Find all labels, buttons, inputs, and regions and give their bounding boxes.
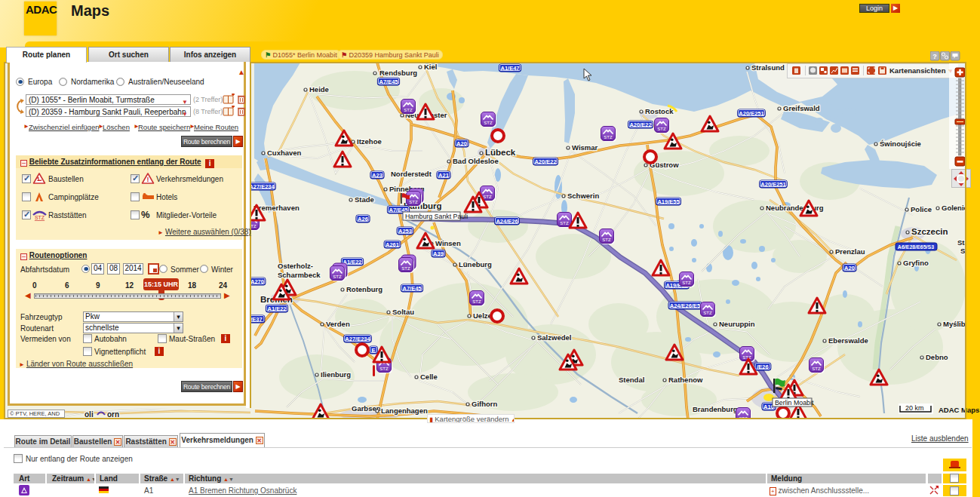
- svg-text:A20/E22: A20/E22: [534, 158, 556, 165]
- svg-text:oli: oli: [84, 410, 94, 419]
- svg-text:Myślibórz: Myślibórz: [943, 320, 966, 328]
- svg-text:Norderstedt: Norderstedt: [391, 170, 432, 178]
- svg-text:Police: Police: [911, 205, 932, 213]
- svg-text:Salzwedel: Salzwedel: [537, 333, 571, 342]
- svg-text:Lüneburg: Lüneburg: [459, 260, 492, 268]
- svg-text:E: E: [371, 347, 375, 354]
- svg-text:Verden: Verden: [326, 320, 350, 328]
- svg-text:Itzehoe: Itzehoe: [357, 137, 382, 146]
- svg-text:?: ?: [932, 53, 937, 60]
- svg-text:Szc: Szc: [960, 247, 966, 255]
- svg-text:/E26: /E26: [757, 364, 768, 370]
- svg-text:Ilienburg: Ilienburg: [321, 370, 351, 379]
- svg-text:A7/E45: A7/E45: [402, 285, 421, 292]
- svg-text:A24/E26/E5: A24/E26/E5: [670, 302, 700, 309]
- svg-text:Star: Star: [957, 238, 966, 247]
- svg-text:A20/E251: A20/E251: [739, 110, 763, 117]
- svg-text:Berlin Moabit: Berlin Moabit: [775, 399, 814, 406]
- svg-text:Osterholz-: Osterholz-: [278, 262, 313, 270]
- svg-text:Stade: Stade: [355, 195, 374, 204]
- svg-text:Stralsund: Stralsund: [751, 63, 785, 72]
- svg-text:A20/E251: A20/E251: [760, 181, 785, 188]
- svg-text:Eberswalde: Eberswalde: [828, 336, 868, 345]
- svg-text:A39: A39: [433, 250, 444, 257]
- svg-text:A6/E28/E65/S3: A6/E28/E65/S3: [898, 244, 934, 250]
- svg-text:A27/E234: A27/E234: [345, 336, 370, 342]
- svg-text:Winsen: Winsen: [435, 239, 461, 247]
- svg-text:A270: A270: [250, 278, 264, 285]
- svg-text:Świnoujście: Świnoujście: [880, 140, 921, 148]
- svg-text:A20: A20: [844, 265, 855, 272]
- svg-text:A19/E55: A19/E55: [657, 198, 679, 205]
- svg-text:Szczecin: Szczecin: [911, 227, 948, 236]
- svg-text:Heide: Heide: [309, 85, 329, 94]
- svg-text:Cuxhaven: Cuxhaven: [267, 149, 302, 157]
- svg-text:Greifswald: Greifswald: [783, 104, 820, 112]
- svg-text:Stendal: Stendal: [619, 376, 644, 384]
- svg-text:Rotenburg: Rotenburg: [346, 285, 382, 293]
- svg-text:A24/E26: A24/E26: [496, 218, 518, 225]
- svg-text:Langenhagen: Langenhagen: [381, 406, 428, 415]
- svg-text:Hamburg Sankt Pauli: Hamburg Sankt Pauli: [405, 213, 468, 220]
- svg-text:Schwerin: Schwerin: [567, 192, 599, 200]
- svg-text:Celle: Celle: [420, 373, 438, 381]
- svg-text:Goleniów: Goleniów: [942, 204, 966, 212]
- svg-text:!: !: [147, 176, 149, 183]
- svg-text:Kiel: Kiel: [424, 63, 437, 71]
- svg-text:Rostock: Rostock: [645, 107, 674, 115]
- svg-text:A26: A26: [358, 216, 368, 222]
- svg-text:STZ: STZ: [35, 215, 45, 220]
- svg-text:Rathenow: Rathenow: [668, 376, 703, 384]
- svg-text:Soltau: Soltau: [392, 308, 414, 316]
- svg-text:A20: A20: [456, 140, 467, 147]
- svg-text:orn: orn: [107, 410, 119, 419]
- svg-text:Bad Oldesloe: Bad Oldesloe: [453, 157, 499, 165]
- svg-text:Rendsburg: Rendsburg: [379, 69, 417, 77]
- svg-text:A1/E22: A1/E22: [267, 305, 286, 312]
- svg-text:Neuruppin: Neuruppin: [719, 320, 755, 328]
- svg-text:Scharmbeck: Scharmbeck: [278, 271, 321, 279]
- svg-text:A21: A21: [438, 172, 449, 179]
- svg-text:A7/E45: A7/E45: [379, 78, 398, 85]
- svg-text:A253: A253: [398, 228, 412, 235]
- svg-text:Debno: Debno: [926, 353, 948, 361]
- svg-text:20 km: 20 km: [905, 404, 924, 412]
- svg-text:A20/E22: A20/E22: [629, 121, 651, 128]
- svg-text:Prenzlau: Prenzlau: [835, 247, 865, 256]
- svg-text:/E37: /E37: [250, 316, 262, 323]
- svg-text:A1/E47: A1/E47: [500, 65, 519, 72]
- svg-text:Wismar: Wismar: [572, 143, 598, 152]
- svg-text:Lübeck: Lübeck: [485, 148, 516, 157]
- svg-text:Gryfino: Gryfino: [903, 259, 929, 267]
- svg-text:A27/E234: A27/E234: [249, 183, 275, 190]
- svg-text:Gifhorn: Gifhorn: [472, 400, 497, 408]
- svg-text:Brandenburg: Brandenburg: [693, 405, 738, 413]
- svg-text:A261: A261: [386, 241, 399, 248]
- svg-text:A23: A23: [372, 172, 382, 179]
